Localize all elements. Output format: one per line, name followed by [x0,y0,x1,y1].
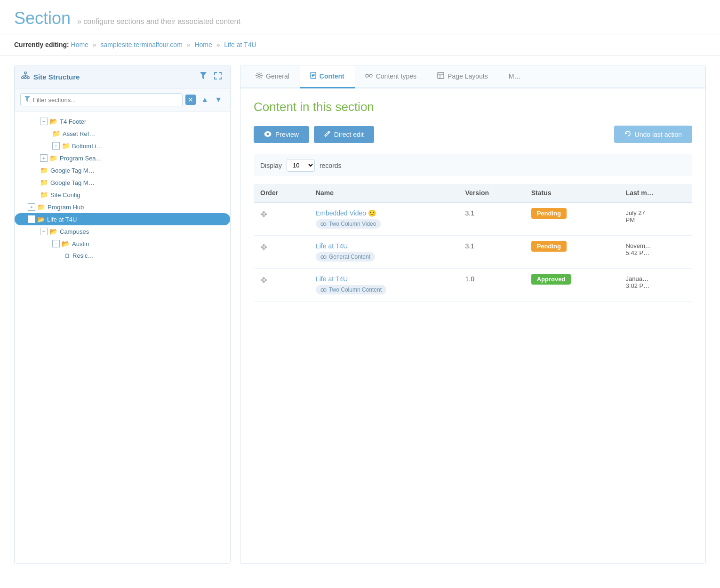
records-label: records [320,162,342,169]
status-cell: Pending [525,202,619,236]
nav-down-button[interactable]: ▼ [212,95,224,105]
tab-more[interactable]: M… [498,65,531,88]
content-section-title: Content in this section [254,100,692,114]
content-area: Content in this section Preview [240,88,705,313]
breadcrumb: Currently editing: Home » samplesite.ter… [0,34,720,56]
content-panel: General Content [240,65,706,564]
content-type-badge: General Content [316,252,375,262]
breadcrumb-life-t4u[interactable]: Life at T4U [224,41,256,48]
order-cell: ✥ [254,236,309,269]
tree-item-label: Asset Ref… [63,130,95,137]
name-cell: Life at T4U Two Column Content [309,269,459,302]
content-type-badge: Two Column Video [316,219,381,229]
panel-header: Site Structure [15,65,230,88]
page-title: Section [14,8,71,28]
col-last-modified: Last m… [619,184,692,202]
tab-page-layouts[interactable]: Page Layouts [427,65,498,88]
tree-item-resic[interactable]: 🗒 Resic… [15,250,230,262]
toggle-plus: + [40,154,48,162]
toggle-plus: + [52,142,60,150]
page-subtitle: » configure sections and their associate… [77,17,240,25]
status-badge: Pending [531,208,567,219]
tab-content-types-label: Content types [376,72,416,80]
site-structure-icon [21,72,30,82]
general-icon [256,72,263,80]
tree-item-label: Program Sea… [60,155,102,162]
svg-marker-10 [24,96,30,102]
breadcrumb-home[interactable]: Home [71,41,88,48]
tree-item-label: Resic… [72,252,94,259]
tree-item-bottomli[interactable]: + 📁 BottomLi… [15,140,230,152]
col-version: Version [458,184,524,202]
expand-button[interactable] [212,71,224,82]
content-type-label: General Content [329,254,370,260]
undo-label: Undo last action [635,131,682,138]
tree-item-lifeat4u[interactable]: − 📂 Life at T4U [15,213,230,225]
filter-sections-input[interactable] [33,96,178,103]
panel-title: Site Structure [33,73,80,81]
tree-item-programhub[interactable]: + 📁 Program Hub [15,201,230,213]
svg-marker-9 [200,72,207,79]
main-layout: Site Structure [0,56,720,573]
tab-content-types[interactable]: Content types [355,65,427,88]
folder-icon: 📁 [40,167,48,174]
tab-general-label: General [266,72,289,80]
toggle-minus: − [28,215,35,223]
content-name-link[interactable]: Embedded Video 🙂 [316,209,452,217]
content-icon [310,72,316,80]
status-cell: Approved [525,269,619,302]
tree-item-label: Google Tag M… [50,179,95,186]
content-name-link[interactable]: Life at T4U [316,242,452,250]
preview-label: Preview [275,131,299,138]
tree-item-t4footer[interactable]: − 📂 T4 Footer [15,115,230,127]
filter-input-wrap [20,93,183,106]
svg-point-25 [369,74,372,77]
version-cell: 1.0 [458,269,524,302]
tab-general[interactable]: General [245,65,300,88]
tree-item-siteconfig[interactable]: 📁 Site Config [15,189,230,201]
toggle-minus: − [52,240,60,247]
status-badge: Pending [531,241,567,252]
display-records-select[interactable]: 10 5 20 50 100 [287,159,315,172]
tab-bar: General Content [240,65,705,88]
folder-icon: 📁 [62,142,70,150]
tree-item-googletagm1[interactable]: 📁 Google Tag M… [15,164,230,176]
date-cell: Janua…3:02 P… [619,269,692,302]
tree-item-programsearch[interactable]: + 📁 Program Sea… [15,152,230,164]
filter-clear-button[interactable]: ✕ [185,95,196,105]
breadcrumb-site[interactable]: samplesite.terminalfour.com [101,41,183,48]
tree-item-label: Program Hub [48,204,84,211]
svg-point-31 [267,133,269,135]
tree-item-label: Site Config [50,191,80,199]
content-name-link[interactable]: Life at T4U [316,275,452,283]
nav-up-button[interactable]: ▲ [199,95,211,105]
tree-item-googletagm2[interactable]: 📁 Google Tag M… [15,176,230,189]
drag-handle[interactable]: ✥ [260,210,267,219]
breadcrumb-home2[interactable]: Home [194,41,212,48]
table-row: ✥ Life at T4U Two Column Content [254,269,692,302]
direct-edit-button[interactable]: Direct edit [314,126,374,143]
tree-item-austin[interactable]: − 📂 Austin [15,238,230,250]
svg-rect-27 [438,72,444,79]
svg-rect-0 [24,72,26,74]
folder-icon: 📁 [52,130,60,137]
tree-item-campuses[interactable]: − 📂 Campuses [15,225,230,238]
drag-handle[interactable]: ✥ [260,243,267,252]
tree-item-label: Austin [72,240,89,247]
tree-item-label: Campuses [60,228,89,235]
preview-button[interactable]: Preview [254,126,309,143]
page-header: Section » configure sections and their a… [0,0,720,34]
filter-toggle-button[interactable] [198,71,208,82]
tree-item-label: BottomLi… [72,143,102,150]
tab-page-layouts-label: Page Layouts [448,72,488,80]
tree-item-assetref[interactable]: 📁 Asset Ref… [15,127,230,140]
tab-content[interactable]: Content [300,65,355,88]
direct-edit-label: Direct edit [334,131,364,138]
eye-icon [264,131,272,138]
drag-handle[interactable]: ✥ [260,276,267,285]
date-cell: Novem…5:42 P… [619,236,692,269]
tab-content-label: Content [320,72,344,80]
folder-icon: 📁 [37,203,45,211]
svg-rect-3 [27,77,29,79]
undo-button[interactable]: Undo last action [614,126,692,143]
